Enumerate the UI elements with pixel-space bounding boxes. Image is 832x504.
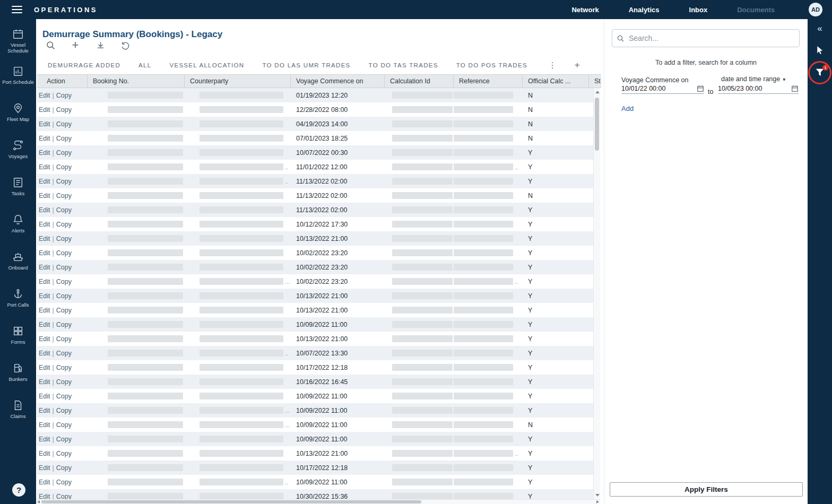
scroll-down-arrow-icon[interactable]: [595, 494, 600, 497]
horizontal-scrollbar-thumb[interactable]: [41, 500, 421, 503]
edit-link[interactable]: Edit: [39, 335, 50, 343]
edit-link[interactable]: Edit: [39, 106, 50, 114]
tab-add-icon[interactable]: +: [575, 60, 580, 71]
edit-link[interactable]: Edit: [39, 235, 50, 242]
filter-search-input[interactable]: [628, 33, 799, 43]
edit-link[interactable]: Edit: [39, 178, 50, 185]
edit-link[interactable]: Edit: [39, 163, 50, 171]
column-header-official-calc[interactable]: Official Calc ...: [523, 75, 589, 88]
tab-vessel-allocation[interactable]: VESSEL ALLOCATION: [169, 62, 244, 68]
copy-link[interactable]: Copy: [56, 407, 72, 414]
sidebar-item-tasks[interactable]: Tasks: [0, 174, 36, 211]
copy-link[interactable]: Copy: [56, 249, 72, 257]
edit-link[interactable]: Edit: [39, 192, 50, 199]
date-from-input[interactable]: [621, 85, 697, 92]
edit-link[interactable]: Edit: [39, 307, 50, 314]
copy-link[interactable]: Copy: [56, 307, 72, 314]
copy-link[interactable]: Copy: [56, 335, 72, 343]
copy-link[interactable]: Copy: [56, 235, 72, 242]
sidebar-item-claims[interactable]: Claims: [0, 397, 36, 434]
copy-link[interactable]: Copy: [56, 493, 72, 500]
horizontal-scrollbar[interactable]: [36, 499, 600, 504]
date-to-input[interactable]: [718, 85, 791, 92]
column-header-calculation-id[interactable]: Calculation Id: [385, 75, 454, 88]
copy-link[interactable]: Copy: [56, 278, 72, 285]
column-header-status[interactable]: St: [589, 75, 604, 88]
edit-link[interactable]: Edit: [39, 479, 50, 486]
copy-link[interactable]: Copy: [56, 135, 72, 142]
copy-link[interactable]: Copy: [56, 149, 72, 157]
edit-link[interactable]: Edit: [39, 393, 50, 400]
column-header-booking-no[interactable]: Booking No.: [88, 75, 185, 88]
copy-link[interactable]: Copy: [56, 450, 72, 457]
copy-link[interactable]: Copy: [56, 120, 72, 128]
edit-link[interactable]: Edit: [39, 436, 50, 443]
pointer-cursor-icon[interactable]: [816, 46, 824, 57]
sidebar-item-voyages[interactable]: Voyages: [0, 137, 36, 174]
download-icon[interactable]: [94, 39, 106, 51]
tab-demurrage-added[interactable]: DEMURRAGE ADDED: [48, 62, 120, 68]
apply-filters-button[interactable]: Apply Filters: [610, 482, 803, 497]
edit-link[interactable]: Edit: [39, 264, 50, 271]
column-header-counterparty[interactable]: Counterparty: [185, 75, 291, 88]
calendar-icon[interactable]: [791, 85, 799, 92]
edit-link[interactable]: Edit: [39, 364, 50, 371]
copy-link[interactable]: Copy: [56, 264, 72, 271]
calendar-icon[interactable]: [697, 85, 704, 92]
edit-link[interactable]: Edit: [39, 206, 50, 214]
copy-link[interactable]: Copy: [56, 464, 72, 472]
sidebar-item-vessel-schedule[interactable]: Vessel Schedule: [0, 25, 36, 63]
sidebar-item-forms[interactable]: Forms: [0, 323, 36, 360]
undo-icon[interactable]: [119, 39, 131, 51]
scroll-up-arrow-icon[interactable]: [595, 91, 600, 93]
copy-link[interactable]: Copy: [56, 92, 72, 99]
nav-network[interactable]: Network: [571, 6, 599, 14]
copy-link[interactable]: Copy: [56, 292, 72, 300]
edit-link[interactable]: Edit: [39, 278, 50, 285]
column-header-voyage-commence-on[interactable]: Voyage Commence on: [291, 75, 385, 88]
copy-link[interactable]: Copy: [56, 479, 72, 486]
edit-link[interactable]: Edit: [39, 493, 50, 500]
tab-all[interactable]: ALL: [138, 62, 151, 68]
edit-link[interactable]: Edit: [39, 378, 50, 386]
nav-documents[interactable]: Documents: [737, 6, 775, 14]
sidebar-item-bunkers[interactable]: Bunkers: [0, 360, 36, 397]
tab-to-do-tas-trades[interactable]: TO DO TAS TRADES: [369, 62, 438, 68]
search-icon[interactable]: [45, 39, 56, 51]
filter-type-dropdown[interactable]: date and time range ▾: [721, 75, 785, 83]
edit-link[interactable]: Edit: [39, 407, 50, 414]
nav-analytics[interactable]: Analytics: [629, 6, 660, 14]
scroll-right-arrow-icon[interactable]: [596, 500, 599, 503]
edit-link[interactable]: Edit: [39, 450, 50, 457]
tab-to-do-pos-trades[interactable]: TO DO POS TRADES: [456, 62, 527, 68]
copy-link[interactable]: Copy: [56, 192, 72, 199]
collapse-panel-icon[interactable]: «: [808, 23, 832, 34]
copy-link[interactable]: Copy: [56, 393, 72, 400]
edit-link[interactable]: Edit: [39, 321, 50, 328]
edit-link[interactable]: Edit: [39, 292, 50, 300]
edit-link[interactable]: Edit: [39, 135, 50, 142]
copy-link[interactable]: Copy: [56, 350, 72, 357]
copy-link[interactable]: Copy: [56, 163, 72, 171]
sidebar-item-port-schedule[interactable]: Port Schedule: [0, 63, 36, 100]
edit-link[interactable]: Edit: [39, 464, 50, 472]
copy-link[interactable]: Copy: [56, 221, 72, 228]
edit-link[interactable]: Edit: [39, 421, 50, 429]
vertical-scrollbar[interactable]: [593, 88, 600, 499]
user-avatar[interactable]: AD: [809, 3, 822, 16]
edit-link[interactable]: Edit: [39, 350, 50, 357]
tab-to-do-las-umr-trades[interactable]: TO DO LAS UMR TRADES: [262, 62, 350, 68]
copy-link[interactable]: Copy: [56, 364, 72, 371]
edit-link[interactable]: Edit: [39, 249, 50, 257]
scroll-left-arrow-icon[interactable]: [37, 500, 40, 503]
sidebar-item-fleet-map[interactable]: Fleet Map: [0, 100, 36, 137]
nav-inbox[interactable]: Inbox: [689, 6, 708, 14]
edit-link[interactable]: Edit: [39, 149, 50, 157]
sidebar-item-onboard[interactable]: Onboard: [0, 248, 36, 285]
copy-link[interactable]: Copy: [56, 436, 72, 443]
edit-link[interactable]: Edit: [39, 221, 50, 228]
sidebar-item-alerts[interactable]: Alerts: [0, 211, 36, 248]
copy-link[interactable]: Copy: [56, 178, 72, 185]
column-header-reference[interactable]: Reference: [454, 75, 523, 88]
hamburger-menu-icon[interactable]: [12, 6, 22, 13]
